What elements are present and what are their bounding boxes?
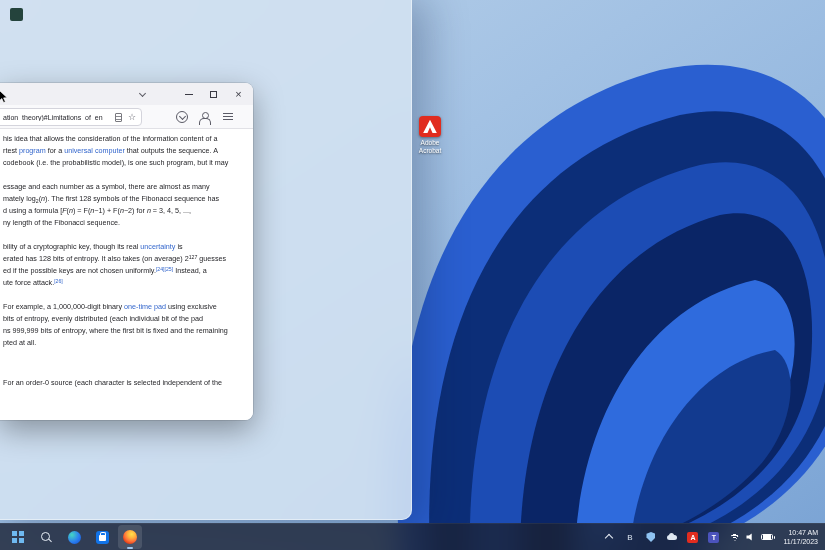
- onedrive-tray-icon[interactable]: [666, 532, 677, 543]
- close-button[interactable]: ×: [226, 83, 251, 105]
- bookmark-star-icon[interactable]: ☆: [128, 112, 136, 122]
- article-text-span: bits of entropy, evenly distributed (eac…: [3, 314, 203, 323]
- taskbar-search-button[interactable]: [34, 525, 58, 549]
- search-icon: [40, 531, 53, 544]
- article-link[interactable]: uncertainty: [140, 242, 175, 251]
- article-text-span: For an order-0 source (each character is…: [3, 378, 222, 387]
- clock-date: 11/17/2023: [783, 537, 818, 546]
- article-link[interactable]: program: [19, 146, 46, 155]
- start-icon: [12, 531, 24, 543]
- article-text-span: Instead, a: [173, 266, 207, 275]
- article-text-span: rtest: [3, 146, 19, 155]
- article-line: ns 999,999 bits of entropy, where the fi…: [3, 325, 247, 337]
- article-text-span: for a: [46, 146, 64, 155]
- article-line: pted at all.: [3, 337, 247, 349]
- article-line: For an order-0 source (each character is…: [3, 377, 247, 389]
- article-line: bility of a cryptographic key, though it…: [3, 241, 247, 253]
- article-line: For example, a 1,000,000-digit binary on…: [3, 301, 247, 313]
- window-controls: ×: [176, 83, 251, 105]
- taskbar-firefox-button[interactable]: [118, 525, 142, 549]
- article-text-span: 2: [36, 198, 39, 204]
- taskbar-clock[interactable]: 10:47 AM 11/17/2023: [783, 528, 818, 546]
- article-line: his idea that allows the consideration o…: [3, 133, 247, 145]
- pocket-icon[interactable]: [176, 111, 188, 123]
- taskbar-store-button[interactable]: [90, 525, 114, 549]
- article-link[interactable]: universal computer: [64, 146, 125, 155]
- minimize-button[interactable]: [176, 83, 201, 105]
- taskbar-right: BAT 10:47 AM 11/17/2023: [603, 528, 820, 546]
- teams-tray-icon[interactable]: T: [708, 532, 719, 543]
- taskbar-edge-button[interactable]: [62, 525, 86, 549]
- article-text-span: essage and each number as a symbol, ther…: [3, 182, 210, 191]
- url-text[interactable]: ation_theory)#Limitations_of_en: [3, 114, 115, 121]
- browser-window: × ation_theory)#Limitations_of_en ☆ his …: [0, 83, 253, 420]
- article-text-span: ny length of the Fibonacci sequence.: [3, 218, 120, 227]
- article-text-span: −1) + F(: [94, 206, 120, 215]
- article-text-span: codebook (i.e. the probabilistic model),…: [3, 158, 228, 167]
- article-text-span: ). The first 128 symbols of the Fibonacc…: [45, 194, 219, 203]
- chevron-up-tray-icon[interactable]: [603, 532, 614, 543]
- app-corner-icon: [10, 8, 23, 21]
- article-text-span: For example, a 1,000,000-digit binary: [3, 302, 124, 311]
- article-text-span: ed if the possible keys are not chosen u…: [3, 266, 156, 275]
- article-text-span: d using a formula [: [3, 206, 62, 215]
- taskbar-start-button[interactable]: [6, 525, 30, 549]
- article-text-span: using exclusive: [166, 302, 217, 311]
- shield-tray-icon[interactable]: [645, 532, 656, 543]
- minimize-icon: [185, 94, 193, 95]
- browser-toolbar: ation_theory)#Limitations_of_en ☆: [0, 105, 253, 129]
- acrobat-tray-icon[interactable]: A: [687, 532, 698, 543]
- acrobat-icon: [419, 116, 441, 137]
- browser-titlebar[interactable]: ×: [0, 83, 253, 105]
- article-line: rtest program for a universal computer t…: [3, 145, 247, 157]
- article-text-span: mately log: [3, 194, 36, 203]
- article-text-span: ute force attack.: [3, 278, 54, 287]
- article-text-span: is: [175, 242, 182, 251]
- desktop: Adobe Acrobat × ation_theory)#Limitation…: [0, 0, 825, 550]
- article-line: essage and each number as a symbol, ther…: [3, 181, 247, 193]
- article-line: d using a formula [F(n) = F(n−1) + F(n−2…: [3, 205, 247, 217]
- bluetooth-tray-icon[interactable]: B: [624, 532, 635, 543]
- status-icons[interactable]: [729, 533, 773, 541]
- account-icon[interactable]: [198, 111, 210, 123]
- article-line: ute force attack.[26]: [3, 277, 247, 289]
- reference-link[interactable]: [24][25]: [156, 266, 173, 272]
- edge-icon: [68, 531, 81, 544]
- url-bar[interactable]: ation_theory)#Limitations_of_en ☆: [0, 108, 142, 126]
- system-tray: BAT: [603, 532, 719, 543]
- volume-icon: [746, 533, 755, 541]
- reader-mode-icon[interactable]: [115, 113, 122, 122]
- wifi-icon: [729, 533, 740, 541]
- article-text-span: bility of a cryptographic key, though it…: [3, 242, 140, 251]
- article-text-span: −2) for: [124, 206, 147, 215]
- firefox-icon: [123, 530, 137, 544]
- article-text-span: 127: [189, 254, 198, 260]
- article-text-span: his idea that allows the consideration o…: [3, 134, 218, 143]
- menu-icon[interactable]: [222, 111, 234, 123]
- article-text-span: ) = F(: [73, 206, 90, 215]
- article-link[interactable]: one-time pad: [124, 302, 166, 311]
- article-text-span: = 3, 4, 5, ...,: [151, 206, 191, 215]
- maximize-icon: [210, 91, 217, 98]
- article-line: codebook (i.e. the probabilistic model),…: [3, 157, 247, 169]
- article-text-span: guesses: [197, 254, 226, 263]
- store-icon: [96, 531, 109, 544]
- article-text-span: that outputs the sequence. A: [125, 146, 218, 155]
- article-line: bits of entropy, evenly distributed (eac…: [3, 313, 247, 325]
- taskbar-apps: [6, 525, 142, 549]
- article-line: ny length of the Fibonacci sequence.: [3, 217, 247, 229]
- desktop-icon-adobe-acrobat[interactable]: Adobe Acrobat: [404, 116, 456, 154]
- article-line: mately log2(n). The first 128 symbols of…: [3, 193, 247, 205]
- article-text-span: ns 999,999 bits of entropy, where the fi…: [3, 326, 228, 335]
- maximize-button[interactable]: [201, 83, 226, 105]
- article-line: ed if the possible keys are not chosen u…: [3, 265, 247, 277]
- taskbar: BAT 10:47 AM 11/17/2023: [0, 523, 825, 550]
- article-text-span: pted at all.: [3, 338, 36, 347]
- reference-link[interactable]: [26]: [54, 278, 63, 284]
- article-line: erated has 128 bits of entropy. It also …: [3, 253, 247, 265]
- battery-icon: [761, 534, 773, 541]
- list-tabs-chevron-icon[interactable]: [139, 90, 146, 97]
- clock-time: 10:47 AM: [783, 528, 818, 537]
- desktop-icon-label: Adobe Acrobat: [419, 139, 441, 154]
- mouse-cursor: [0, 90, 10, 105]
